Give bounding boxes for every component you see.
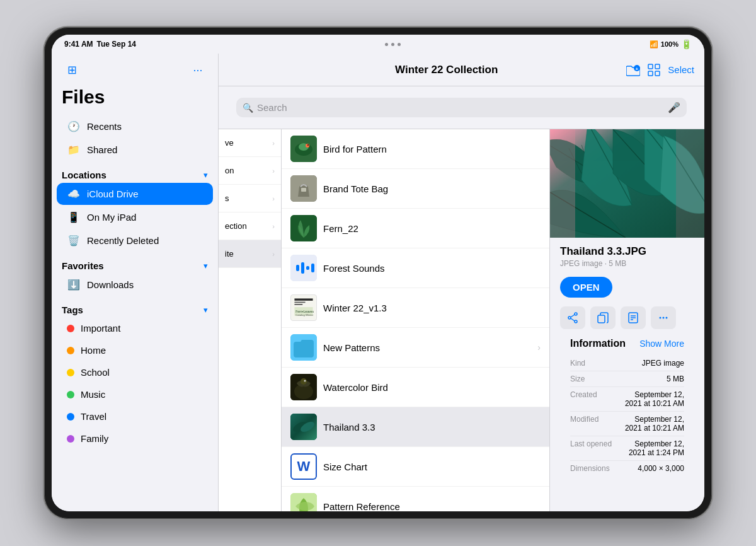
battery-bar-icon: 🔋 (681, 39, 692, 49)
info-key-last-opened: Last opened (570, 439, 612, 457)
more-button[interactable]: ··· (188, 60, 208, 80)
school-label: School (81, 367, 110, 378)
top-dots (385, 43, 401, 46)
music-dot (67, 391, 74, 398)
sidebar-item-recents[interactable]: 🕐 Recents (57, 115, 213, 137)
file-item-bag[interactable]: Brand Tote Bag (282, 169, 549, 209)
file-name-watercolor-bird: Watercolor Bird (323, 382, 388, 393)
file-item-watercolor-bird[interactable]: Watercolor Bird (282, 368, 549, 407)
date: Tue Sep 14 (97, 40, 136, 49)
info-key-size: Size (570, 375, 611, 383)
left-folder-item-on[interactable]: on › (219, 157, 281, 185)
info-row-modified: Modified September 12, 2021 at 10:21 AM (570, 412, 684, 436)
file-name-forest-sounds: Forest Sounds (323, 263, 385, 274)
svg-rect-20 (294, 298, 312, 300)
sidebar-item-travel[interactable]: Travel (57, 406, 213, 427)
share-button[interactable] (560, 306, 585, 329)
sidebar-item-recently-deleted[interactable]: 🗑️ Recently Deleted (57, 229, 213, 252)
bag-thumbnail-icon (290, 175, 317, 202)
select-label: Select (668, 64, 694, 75)
file-item-new-patterns-left: New Patterns (290, 334, 380, 361)
left-folder-item-ection[interactable]: ection › (219, 212, 281, 240)
microphone-icon[interactable]: 🎤 (668, 102, 680, 113)
svg-rect-22 (294, 304, 302, 305)
sidebar-item-shared[interactable]: 📁 Shared (57, 139, 213, 161)
svg-rect-46 (550, 129, 575, 238)
grid-view-button[interactable] (648, 64, 660, 76)
file-item-winter[interactable]: Fern▪Leaves Catalog Winter Winter 22_v1.… (282, 288, 549, 328)
left-folder-item-s[interactable]: s › (219, 185, 281, 212)
file-item-pattern-ref[interactable]: Pattern Reference (282, 487, 549, 511)
tags-section-header[interactable]: Tags ▾ (52, 297, 218, 318)
left-folder-chevron-ite: › (272, 250, 275, 258)
locations-section-header[interactable]: Locations ▾ (52, 162, 218, 183)
file-item-fern[interactable]: Fern_22 (282, 209, 549, 248)
detail-filename: Thailand 3.3.JPG (560, 245, 694, 258)
family-dot (67, 435, 74, 443)
sidebar-item-downloads[interactable]: ⬇️ Downloads (57, 274, 213, 296)
open-button[interactable]: OPEN (560, 277, 612, 298)
family-label: Family (81, 433, 108, 444)
search-bar[interactable]: 🔍 Search 🎤 (236, 98, 687, 117)
left-folder-chevron-ection: › (272, 223, 275, 230)
svg-point-9 (306, 144, 309, 148)
icloud-icon: ☁️ (67, 188, 81, 200)
sidebar-item-important[interactable]: Important (57, 318, 213, 339)
detail-panel: Thailand 3.3.JPG JPEG image · 5 MB OPEN (550, 129, 704, 511)
file-thumb-pattern-ref (290, 493, 317, 511)
sidebar-item-family[interactable]: Family (57, 428, 213, 449)
left-folders-panel: ve › on › s › (219, 129, 282, 511)
downloads-label: Downloads (87, 279, 134, 290)
file-thumb-new-patterns (290, 334, 317, 361)
folder-add-button[interactable]: + (626, 64, 640, 76)
sidebar-item-music[interactable]: Music (57, 384, 213, 405)
left-folder-chevron-on: › (272, 167, 275, 175)
bird-thumbnail-icon (290, 136, 317, 162)
file-item-thailand[interactable]: Thailand 3.3 (282, 407, 549, 447)
trash-icon: 🗑️ (67, 235, 81, 247)
sidebar: ⊞ ··· Files 🕐 Recents 📁 Shared Locations (52, 54, 219, 511)
content-area: Winter 22 Collection + (219, 54, 704, 511)
favorites-chevron-icon: ▾ (203, 261, 208, 270)
file-item-bird[interactable]: Bird for Pattern (282, 129, 549, 169)
info-row-created: Created September 12, 2021 at 10:21 AM (570, 387, 684, 412)
file-item-new-patterns[interactable]: New Patterns › (282, 328, 549, 368)
recents-icon: 🕐 (67, 120, 81, 132)
favorites-section-header[interactable]: Favorites ▾ (52, 253, 218, 274)
select-button[interactable]: Select (668, 64, 694, 75)
file-item-forest-sounds[interactable]: Forest Sounds (282, 248, 549, 288)
music-label: Music (81, 389, 105, 400)
file-name-size-chart: Size Chart (323, 462, 367, 472)
svg-rect-16 (301, 262, 304, 274)
sidebar-item-home[interactable]: Home (57, 340, 213, 361)
info-val-kind: JPEG image (642, 359, 684, 368)
status-left: 9:41 AM Tue Sep 14 (64, 40, 136, 49)
left-folder-item-ite[interactable]: ite › (219, 240, 281, 268)
sidebar-title: Files (52, 84, 218, 115)
file-name-winter: Winter 22_v1.3 (323, 303, 387, 313)
file-item-size-chart[interactable]: W Size Chart (282, 447, 549, 487)
share-icon (567, 312, 578, 323)
detail-filetype: JPEG image · 5 MB (560, 259, 694, 268)
detail-image (550, 129, 704, 238)
svg-rect-5 (655, 71, 660, 76)
file-item-watercolor-bird-left: Watercolor Bird (290, 374, 388, 400)
detail-more-button[interactable] (651, 306, 676, 329)
sidebar-toggle-button[interactable]: ⊞ (62, 60, 82, 80)
copy-button[interactable] (590, 306, 616, 329)
folder-add-icon: + (626, 64, 640, 76)
file-thumb-fern (290, 215, 317, 241)
info-title: Information (570, 338, 626, 349)
icloud-label: iCloud Drive (87, 189, 139, 199)
left-folder-item-drive[interactable]: ve › (219, 129, 281, 157)
file-info-button[interactable] (621, 306, 646, 329)
files-scroll: Bird for Pattern (282, 129, 549, 511)
show-more-button[interactable]: Show More (639, 339, 684, 349)
svg-rect-15 (296, 265, 299, 271)
file-name-pattern-ref: Pattern Reference (323, 501, 400, 512)
on-my-ipad-label: On My iPad (87, 212, 136, 223)
sidebar-item-on-my-ipad[interactable]: 📱 On My iPad (57, 206, 213, 228)
sidebar-item-icloud[interactable]: ☁️ iCloud Drive (57, 183, 213, 205)
left-folder-label-drive: ve (225, 138, 234, 148)
sidebar-item-school[interactable]: School (57, 362, 213, 383)
